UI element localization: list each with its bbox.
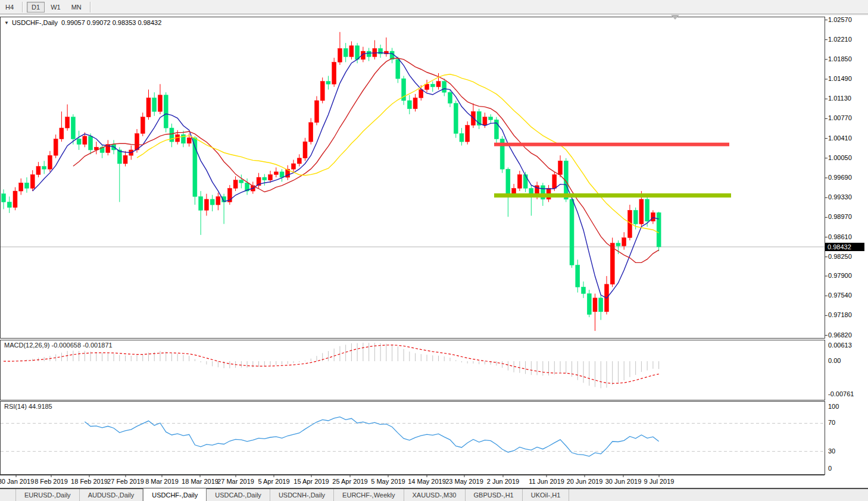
rsi-tick-label: 100	[828, 403, 839, 410]
date-tick-label: 30 Jan 2019	[0, 478, 34, 485]
chart-ohlc-values: 0.99057 0.99072 0.98353 0.98432	[61, 19, 161, 26]
price-tick-label: 1.02570	[828, 16, 852, 23]
macd-tick-label: 0.00613	[828, 342, 852, 349]
date-tick-label: 5 May 2019	[371, 478, 405, 485]
tab-usdcnh-daily[interactable]: USDCNH-,Daily	[270, 489, 334, 501]
tab-gbpusd-h1[interactable]: GBPUSD-,H1	[466, 489, 523, 501]
support-hline	[494, 193, 731, 198]
date-tick-label: 23 May 2019	[445, 478, 483, 485]
date-tick-label: 14 May 2019	[408, 478, 446, 485]
date-tick-label: 18 Feb 2019	[71, 478, 108, 485]
timeframe-w1-button[interactable]: W1	[46, 2, 65, 12]
chart-symbol-label: USDCHF-,Daily	[12, 19, 58, 26]
price-tick-label: 1.01850	[828, 55, 852, 62]
date-tick-label: 25 Apr 2019	[332, 478, 367, 485]
date-tick-label: 2 Jun 2019	[487, 478, 519, 485]
price-tick-label: 0.98970	[828, 213, 852, 220]
tab-xauusd-m30[interactable]: XAUUSD-,M30	[404, 489, 466, 501]
tab-usdchf-daily[interactable]: USDCHF-,Daily	[143, 489, 207, 501]
date-tick-label: 5 Apr 2019	[258, 478, 289, 485]
price-tick-label: 0.99690	[828, 174, 852, 181]
tab-eurchf-weekly[interactable]: EURCHF-,Weekly	[334, 489, 404, 501]
current-price-box: 0.98432	[825, 243, 864, 251]
macd-indicator-label: MACD(12,26,9) -0.000658 -0.001871	[4, 342, 113, 349]
macd-tick-label: 0.00	[828, 357, 841, 364]
date-tick-label: 27 Feb 2019	[107, 478, 144, 485]
price-tick-label: 1.00410	[828, 134, 852, 142]
chart-title: ▼USDCHF-,Daily 0.99057 0.99072 0.98353 0…	[4, 19, 161, 26]
timeframe-mn-button[interactable]: MN	[67, 2, 86, 12]
timeframe-d1-button[interactable]: D1	[27, 2, 45, 12]
rsi-tick-label: 30	[828, 447, 835, 455]
toolbar-divider	[90, 2, 91, 12]
price-tick-label: 0.98250	[828, 253, 852, 260]
collapse-arrow-icon[interactable]: ▼	[4, 20, 9, 26]
price-tick-label: 0.99330	[828, 193, 852, 201]
date-tick-label: 30 Jun 2019	[605, 478, 642, 485]
chart-shift-marker-icon[interactable]	[671, 15, 679, 20]
price-tick-label: 0.98610	[828, 233, 852, 240]
tab-audusd-daily[interactable]: AUDUSD-,Daily	[80, 489, 143, 501]
date-tick-label: 8 Feb 2019	[35, 478, 68, 485]
resistance-hline	[494, 143, 729, 146]
date-tick-label: 9 Jul 2019	[644, 478, 675, 485]
date-tick-label: 8 Mar 2019	[145, 478, 179, 485]
timeframe-toolbar: H4 D1 W1 MN	[0, 0, 868, 14]
chart-tab-bar: EURUSD-,Daily AUDUSD-,Daily USDCHF-,Dail…	[0, 488, 868, 501]
price-tick-label: 1.01130	[828, 95, 851, 102]
price-tick-label: 0.97900	[828, 272, 852, 279]
price-tick-label: 1.00050	[828, 154, 852, 161]
date-tick-label: 15 Apr 2019	[294, 478, 329, 485]
date-tick-label: 11 Jun 2019	[529, 478, 564, 485]
date-tick-label: 20 Jun 2019	[567, 478, 603, 485]
rsi-tick-label: 70	[828, 419, 835, 426]
price-tick-label: 1.01490	[828, 75, 852, 82]
chart-canvas[interactable]	[0, 15, 868, 487]
macd-tick-label: -0.00761	[828, 390, 854, 397]
date-tick-label: 27 Mar 2019	[217, 478, 254, 485]
price-tick-label: 1.00770	[828, 114, 852, 121]
date-tick-label: 18 Mar 2019	[182, 478, 218, 485]
price-tick-label: 0.96820	[828, 331, 852, 339]
price-tick-label: 0.97180	[828, 311, 852, 318]
price-tick-label: 0.97540	[828, 292, 852, 299]
rsi-indicator-label: RSI(14) 44.9185	[4, 403, 52, 410]
rsi-tick-label: 0	[828, 465, 832, 472]
tab-ukoil-h1[interactable]: UKOil-,H1	[523, 489, 570, 501]
chart-window[interactable]: ▼USDCHF-,Daily 0.99057 0.99072 0.98353 0…	[0, 15, 868, 487]
timeframe-h4-button[interactable]: H4	[1, 2, 18, 12]
tab-eurusd-daily[interactable]: EURUSD-,Daily	[15, 489, 80, 501]
mt4-terminal: H4 D1 W1 MN ▼USDCHF-,Daily 0.99057 0.990…	[0, 0, 868, 501]
price-tick-label: 1.02210	[828, 36, 852, 43]
toolbar-divider	[22, 2, 23, 12]
tab-usdcad-daily[interactable]: USDCAD-,Daily	[207, 489, 270, 501]
